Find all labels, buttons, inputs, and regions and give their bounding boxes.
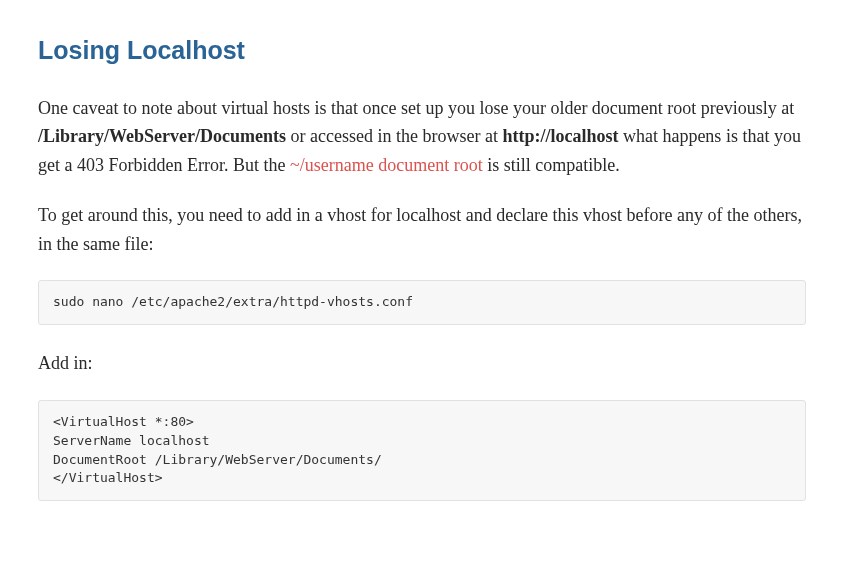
code-block-2: <VirtualHost *:80> ServerName localhost … — [38, 400, 806, 501]
para1-bold-2: http://localhost — [502, 126, 618, 146]
para1-text-1: One caveat to note about virtual hosts i… — [38, 98, 794, 118]
paragraph-1: One caveat to note about virtual hosts i… — [38, 94, 806, 179]
username-document-root-link[interactable]: ~/username document root — [290, 155, 483, 175]
code-block-1: sudo nano /etc/apache2/extra/httpd-vhost… — [38, 280, 806, 325]
paragraph-2: To get around this, you need to add in a… — [38, 201, 806, 258]
para1-text-4: is still compatible. — [483, 155, 620, 175]
add-in-text: Add in: — [38, 349, 806, 378]
section-heading: Losing Localhost — [38, 30, 806, 70]
para1-text-2: or accessed in the browser at — [286, 126, 502, 146]
para1-bold-1: /Library/WebServer/Documents — [38, 126, 286, 146]
